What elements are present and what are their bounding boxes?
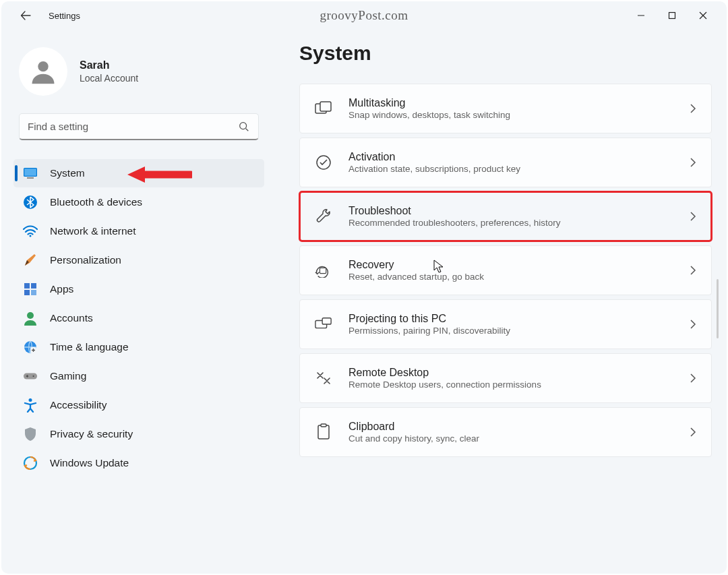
page-title: System: [299, 42, 712, 65]
sidebar-item-label: Accessibility: [50, 399, 107, 411]
avatar: [19, 47, 67, 96]
titlebar: Settings groovyPost.com: [1, 1, 727, 30]
card-subtitle: Remote Desktop users, connection permiss…: [348, 380, 673, 390]
chevron-right-icon: [690, 265, 696, 276]
svg-rect-10: [24, 283, 30, 289]
globe-icon: [23, 340, 38, 355]
sidebar-item-label: Personalization: [50, 254, 121, 266]
maximize-icon: [668, 11, 676, 20]
card-subtitle: Permissions, pairing PIN, discoverabilit…: [348, 326, 673, 336]
project-icon: [315, 315, 332, 333]
card-troubleshoot[interactable]: Troubleshoot Recommended troubleshooters…: [299, 191, 712, 241]
remote-icon: [315, 369, 332, 387]
chevron-right-icon: [690, 157, 696, 168]
sidebar-item-label: Apps: [50, 283, 73, 295]
card-projecting[interactable]: Projecting to this PC Permissions, pairi…: [299, 299, 712, 349]
scrollbar-thumb[interactable]: [717, 279, 719, 338]
minimize-icon: [637, 11, 645, 20]
svg-rect-29: [321, 424, 326, 427]
clipboard-icon: [315, 423, 332, 441]
sidebar-item-label: Network & internet: [50, 225, 136, 237]
svg-rect-11: [31, 283, 36, 289]
card-title: Activation: [348, 151, 673, 163]
sidebar-item-accessibility[interactable]: Accessibility: [13, 391, 264, 419]
window-title: Settings: [49, 11, 80, 21]
svg-rect-23: [320, 102, 331, 111]
multitask-icon: [315, 100, 332, 117]
card-subtitle: Snap windows, desktops, task switching: [348, 110, 673, 120]
content-area: System Multitasking Snap windows, deskto…: [271, 30, 727, 574]
sidebar-item-network[interactable]: Network & internet: [13, 217, 264, 245]
card-clipboard[interactable]: Clipboard Cut and copy history, sync, cl…: [299, 407, 712, 457]
wrench-icon: [315, 208, 332, 225]
sidebar-item-label: System: [50, 167, 85, 179]
card-multitasking[interactable]: Multitasking Snap windows, desktops, tas…: [299, 84, 712, 133]
card-title: Multitasking: [348, 97, 673, 109]
svg-rect-7: [27, 177, 34, 179]
sidebar-item-label: Gaming: [50, 370, 86, 382]
settings-window: Settings groovyPost.com Sarah Local Acco…: [1, 1, 727, 574]
sidebar-item-accounts[interactable]: Accounts: [13, 304, 264, 332]
sidebar-item-privacy[interactable]: Privacy & security: [13, 420, 264, 448]
card-activation[interactable]: Activation Activation state, subscriptio…: [299, 138, 712, 187]
chevron-right-icon: [690, 427, 696, 437]
card-title: Troubleshoot: [348, 205, 673, 217]
search-box[interactable]: [19, 113, 259, 140]
sidebar-item-system[interactable]: System: [13, 159, 264, 187]
chevron-right-icon: [690, 319, 696, 330]
nav-list: System Bluetooth & devices Network & int…: [13, 159, 264, 477]
svg-point-2: [38, 61, 48, 71]
card-title: Clipboard: [348, 421, 673, 433]
sidebar-item-label: Accounts: [50, 312, 93, 324]
apps-icon: [23, 282, 38, 297]
gamepad-icon: [23, 369, 38, 384]
close-icon: [699, 11, 707, 20]
svg-rect-25: [320, 268, 326, 273]
card-subtitle: Activation state, subscriptions, product…: [348, 164, 673, 174]
maximize-button[interactable]: [657, 3, 688, 28]
chevron-right-icon: [690, 103, 696, 114]
recovery-icon: [315, 262, 332, 279]
check-circle-icon: [315, 154, 332, 171]
sidebar-item-windows-update[interactable]: Windows Update: [13, 449, 264, 477]
svg-rect-28: [318, 425, 329, 439]
person-icon: [23, 311, 38, 326]
update-icon: [23, 456, 38, 471]
sidebar-item-apps[interactable]: Apps: [13, 275, 264, 303]
body-area: Sarah Local Account System: [1, 30, 727, 574]
sidebar-item-personalization[interactable]: Personalization: [13, 246, 264, 274]
search-input[interactable]: [28, 121, 238, 132]
search-icon: [238, 121, 250, 133]
svg-rect-12: [24, 290, 30, 295]
svg-rect-17: [24, 373, 37, 379]
back-button[interactable]: [13, 3, 38, 28]
sidebar-item-time-language[interactable]: Time & language: [13, 333, 264, 361]
person-icon: [28, 57, 58, 86]
card-remote-desktop[interactable]: Remote Desktop Remote Desktop users, con…: [299, 353, 712, 403]
sidebar-item-label: Time & language: [50, 341, 129, 353]
minimize-button[interactable]: [626, 3, 657, 28]
sidebar-item-label: Privacy & security: [50, 428, 133, 440]
card-subtitle: Recommended troubleshooters, preferences…: [348, 218, 673, 228]
close-button[interactable]: [688, 3, 719, 28]
arrow-left-icon: [20, 10, 31, 21]
svg-point-14: [27, 312, 34, 319]
chevron-right-icon: [690, 373, 696, 384]
svg-point-20: [29, 398, 32, 402]
svg-rect-6: [24, 169, 36, 176]
svg-point-3: [240, 122, 247, 129]
card-subtitle: Reset, advanced startup, go back: [348, 272, 673, 282]
card-title: Remote Desktop: [348, 367, 673, 379]
shield-icon: [23, 427, 38, 442]
system-icon: [23, 166, 38, 181]
sidebar-item-gaming[interactable]: Gaming: [13, 362, 264, 390]
card-title: Projecting to this PC: [348, 313, 673, 325]
sidebar-item-bluetooth[interactable]: Bluetooth & devices: [13, 188, 264, 216]
svg-line-4: [246, 128, 249, 131]
card-recovery[interactable]: Recovery Reset, advanced startup, go bac…: [299, 245, 712, 295]
profile-block[interactable]: Sarah Local Account: [19, 47, 264, 96]
svg-rect-1: [669, 13, 675, 19]
brush-icon: [23, 253, 38, 268]
window-controls: [626, 3, 719, 28]
sidebar-item-label: Bluetooth & devices: [50, 196, 142, 208]
